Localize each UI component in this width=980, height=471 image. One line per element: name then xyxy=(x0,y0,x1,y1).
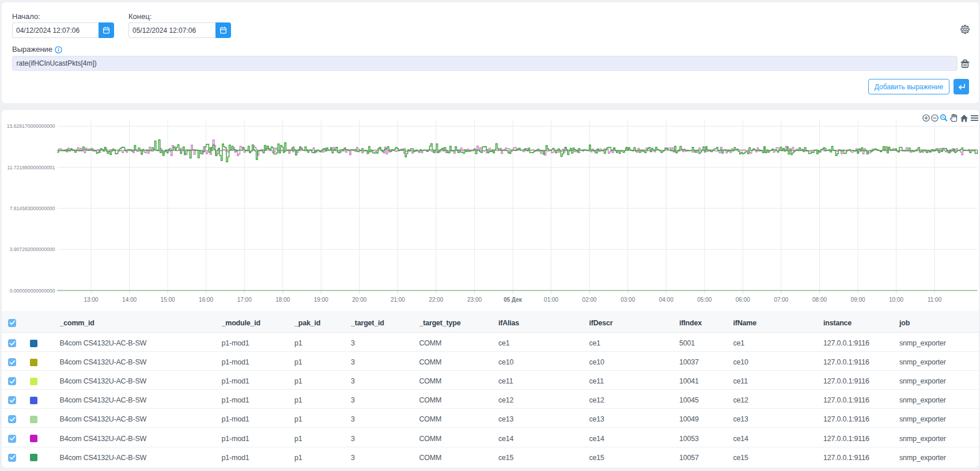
svg-text:05:00: 05:00 xyxy=(697,297,712,303)
svg-text:19:00: 19:00 xyxy=(313,297,328,303)
svg-text:21:00: 21:00 xyxy=(390,297,404,303)
svg-text:08:00: 08:00 xyxy=(812,297,826,303)
svg-text:04:00: 04:00 xyxy=(659,297,673,303)
svg-text:07:00: 07:00 xyxy=(774,297,788,303)
svg-text:02:00: 02:00 xyxy=(582,297,596,303)
svg-text:01:00: 01:00 xyxy=(544,297,558,303)
svg-text:17:00: 17:00 xyxy=(237,297,251,303)
svg-text:09:00: 09:00 xyxy=(850,297,865,303)
svg-text:22:00: 22:00 xyxy=(429,297,443,303)
svg-text:14:00: 14:00 xyxy=(122,297,137,303)
svg-text:18:00: 18:00 xyxy=(275,297,290,303)
svg-text:3.907292000000000: 3.907292000000000 xyxy=(9,246,55,252)
svg-text:11:00: 11:00 xyxy=(927,297,941,303)
svg-text:11.721880000000001: 11.721880000000001 xyxy=(7,164,55,170)
svg-text:20:00: 20:00 xyxy=(352,297,366,303)
svg-text:16:00: 16:00 xyxy=(199,297,213,303)
svg-text:05 Дек: 05 Дек xyxy=(504,297,523,303)
svg-text:23:00: 23:00 xyxy=(467,297,481,303)
svg-text:03:00: 03:00 xyxy=(620,297,635,303)
svg-text:15:00: 15:00 xyxy=(160,297,175,303)
svg-text:15.629170000000000: 15.629170000000000 xyxy=(6,123,55,129)
svg-text:10:00: 10:00 xyxy=(888,297,903,303)
svg-text:7.814583000000000: 7.814583000000000 xyxy=(9,205,55,211)
svg-text:06:00: 06:00 xyxy=(735,297,750,303)
svg-text:13:00: 13:00 xyxy=(84,297,98,303)
svg-text:0.000000000000000: 0.000000000000000 xyxy=(9,287,55,293)
